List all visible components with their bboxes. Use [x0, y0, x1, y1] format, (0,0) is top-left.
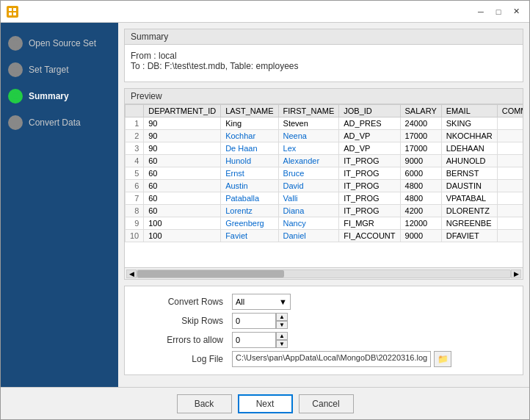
scroll-thumb[interactable] [137, 270, 284, 278]
cell-job: AD_VP [339, 130, 400, 142]
cell-comm [497, 155, 523, 167]
cell-last: Pataballa [221, 192, 278, 205]
cell-dept: 90 [144, 117, 221, 130]
table-row: 1 90 King Steven AD_PRES 24000 SKING [126, 117, 523, 130]
cell-num: 8 [126, 205, 144, 217]
errors-down-button[interactable]: ▼ [276, 340, 288, 348]
cell-last: Lorentz [221, 205, 278, 217]
browse-button[interactable]: 📁 [434, 351, 451, 367]
skip-rows-value: 0 [236, 316, 240, 325]
cell-first: Nancy [278, 217, 339, 230]
cell-num: 9 [126, 217, 144, 230]
cell-last: Kochhar [221, 130, 278, 142]
cell-dept: 60 [144, 180, 221, 192]
cell-last: Ernst [221, 167, 278, 180]
cell-last: Hunold [221, 155, 278, 167]
options-area: Convert Rows All ▼ Skip Rows 0 [124, 286, 523, 375]
cell-dept: 60 [144, 205, 221, 217]
preview-section: Preview DEPARTMENT_ID LAST_NAME FIRST_NA… [124, 88, 523, 280]
summary-line2: To : DB: F:\test\test.mdb, Table: employ… [131, 61, 517, 71]
skip-rows-spinner-btns: ▲ ▼ [276, 313, 288, 329]
app-icon [7, 6, 18, 18]
cell-first: David [278, 180, 339, 192]
cell-dept: 100 [144, 230, 221, 242]
cell-email: BERNST [441, 167, 497, 180]
convert-rows-value: All [236, 297, 244, 306]
cell-job: AD_PRES [339, 117, 400, 130]
col-header-email: EMAIL [441, 105, 497, 117]
cell-salary: 9000 [400, 155, 441, 167]
cell-email: NKOCHHAR [441, 130, 497, 142]
horizontal-scrollbar[interactable]: ◀ ▶ [125, 267, 523, 279]
cell-num: 5 [126, 167, 144, 180]
browse-icon: 📁 [438, 354, 449, 364]
bottom-bar: Back Next Cancel [1, 387, 529, 419]
col-header-job: JOB_ID [339, 105, 400, 117]
logfile-control: C:\Users\pan\AppData\Local\MongoDB\20220… [232, 351, 517, 367]
sidebar-item-open-source-set[interactable]: Open Source Set [1, 30, 118, 57]
cell-email: LDEHAAN [441, 142, 497, 155]
cell-dept: 60 [144, 167, 221, 180]
cell-salary: 6000 [400, 167, 441, 180]
svg-point-4 [12, 40, 18, 46]
cell-num: 1 [126, 117, 144, 130]
scroll-left-button[interactable]: ◀ [126, 269, 137, 278]
cell-email: VPATABAL [441, 192, 497, 205]
cell-email: DAUSTIN [441, 180, 497, 192]
cell-comm [497, 130, 523, 142]
scroll-track[interactable] [137, 269, 511, 278]
cell-salary: 24000 [400, 117, 441, 130]
cell-comm [497, 230, 523, 242]
cell-email: SKING [441, 117, 497, 130]
cell-job: FI_ACCOUNT [339, 230, 400, 242]
cell-salary: 4200 [400, 205, 441, 217]
options-grid: Convert Rows All ▼ Skip Rows 0 [131, 289, 517, 372]
cancel-button[interactable]: Cancel [299, 394, 354, 413]
errors-up-button[interactable]: ▲ [276, 332, 288, 340]
skip-rows-down-button[interactable]: ▼ [276, 321, 288, 329]
cell-job: FI_MGR [339, 217, 400, 230]
table-row: 3 90 De Haan Lex AD_VP 17000 LDEHAAN [126, 142, 523, 155]
cell-email: DLORENTZ [441, 205, 497, 217]
convert-rows-select[interactable]: All ▼ [232, 294, 291, 310]
cell-first: Diana [278, 205, 339, 217]
cell-salary: 17000 [400, 130, 441, 142]
errors-control: 0 ▲ ▼ [232, 332, 517, 348]
logfile-input[interactable]: C:\Users\pan\AppData\Local\MongoDB\20220… [232, 351, 431, 367]
dropdown-icon: ▼ [279, 297, 287, 306]
preview-body: DEPARTMENT_ID LAST_NAME FIRST_NAME JOB_I… [125, 104, 523, 267]
back-button[interactable]: Back [177, 394, 232, 413]
scroll-right-button[interactable]: ▶ [511, 269, 521, 278]
skip-rows-up-button[interactable]: ▲ [276, 313, 288, 321]
sidebar-item-convert-data[interactable]: Convert Data [1, 109, 118, 136]
skip-rows-input[interactable]: 0 [232, 313, 276, 329]
next-button[interactable]: Next [238, 394, 293, 413]
cell-dept: 60 [144, 155, 221, 167]
convert-rows-control: All ▼ [232, 294, 517, 310]
sidebar-item-summary[interactable]: Summary [1, 83, 118, 109]
cell-comm [497, 205, 523, 217]
sidebar-item-set-target[interactable]: Set Target [1, 57, 118, 83]
table-header-row: DEPARTMENT_ID LAST_NAME FIRST_NAME JOB_I… [126, 105, 523, 117]
titlebar-left [7, 6, 18, 18]
cell-comm [497, 117, 523, 130]
cell-salary: 12000 [400, 217, 441, 230]
table-row: 2 90 Kochhar Neena AD_VP 17000 NKOCHHAR [126, 130, 523, 142]
table-row: 7 60 Pataballa Valli IT_PROG 4800 VPATAB… [126, 192, 523, 205]
errors-input[interactable]: 0 [232, 332, 276, 348]
maximize-button[interactable]: □ [491, 6, 506, 18]
cell-last: Faviet [221, 230, 278, 242]
content-area: Open Source Set Set Target Summary Conve… [1, 23, 529, 387]
errors-value: 0 [236, 336, 240, 344]
cell-first: Steven [278, 117, 339, 130]
table-container[interactable]: DEPARTMENT_ID LAST_NAME FIRST_NAME JOB_I… [125, 104, 523, 267]
close-button[interactable]: ✕ [509, 6, 523, 18]
titlebar-controls: ─ □ ✕ [473, 6, 523, 18]
cell-first: Neena [278, 130, 339, 142]
cell-comm [497, 180, 523, 192]
svg-rect-2 [9, 12, 12, 15]
minimize-button[interactable]: ─ [473, 6, 488, 18]
logfile-value: C:\Users\pan\AppData\Local\MongoDB\20220… [236, 353, 427, 362]
svg-point-5 [12, 67, 18, 73]
cell-job: IT_PROG [339, 205, 400, 217]
